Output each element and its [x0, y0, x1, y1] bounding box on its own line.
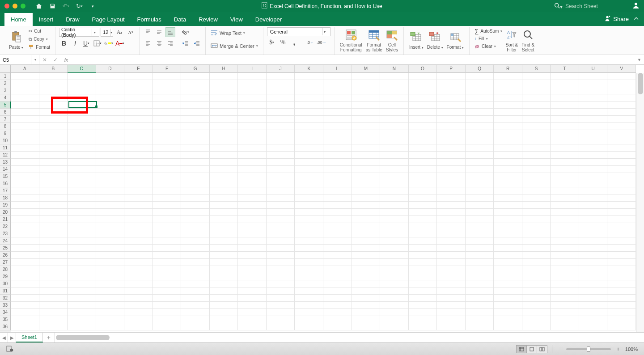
cell[interactable]	[181, 194, 210, 202]
cells-grid[interactable]	[11, 73, 636, 332]
cell[interactable]	[522, 223, 551, 230]
column-header[interactable]: K	[295, 65, 323, 73]
cell[interactable]	[323, 101, 352, 109]
cell[interactable]	[352, 245, 381, 252]
cell[interactable]	[323, 287, 352, 295]
cell-styles-button[interactable]: Cell Styles	[384, 27, 400, 53]
column-header[interactable]: E	[124, 65, 153, 73]
cell[interactable]	[494, 173, 522, 180]
cell[interactable]	[181, 73, 210, 80]
cell[interactable]	[551, 101, 579, 109]
cell[interactable]	[409, 209, 437, 216]
cell[interactable]	[409, 152, 437, 159]
cell[interactable]	[522, 180, 551, 187]
cell[interactable]	[352, 152, 381, 159]
cell[interactable]	[238, 202, 267, 209]
cell[interactable]	[267, 209, 295, 216]
cell[interactable]	[323, 323, 352, 330]
cell[interactable]	[494, 94, 522, 101]
cell[interactable]	[607, 273, 636, 280]
copy-button[interactable]: ⧉Copy ▾	[27, 35, 51, 43]
cell[interactable]	[437, 266, 466, 273]
cell[interactable]	[494, 309, 522, 316]
cell[interactable]	[153, 302, 182, 309]
cell[interactable]	[437, 295, 466, 302]
cell[interactable]	[153, 287, 182, 295]
cell[interactable]	[295, 302, 323, 309]
row-header[interactable]: 29	[0, 273, 11, 280]
cell[interactable]	[607, 302, 636, 309]
cell[interactable]	[124, 252, 153, 259]
cell[interactable]	[181, 309, 210, 316]
cell[interactable]	[238, 187, 267, 194]
cell[interactable]	[409, 237, 437, 245]
cell[interactable]	[210, 316, 238, 323]
cell[interactable]	[323, 159, 352, 166]
row-header[interactable]: 21	[0, 216, 11, 223]
cell[interactable]	[522, 130, 551, 137]
tab-view[interactable]: View	[224, 13, 249, 26]
cell[interactable]	[11, 273, 39, 280]
cell[interactable]	[238, 173, 267, 180]
cell[interactable]	[267, 302, 295, 309]
cell[interactable]	[494, 202, 522, 209]
cell[interactable]	[607, 230, 636, 237]
cell[interactable]	[68, 94, 96, 101]
cell[interactable]	[96, 245, 125, 252]
cell[interactable]	[380, 152, 409, 159]
cell[interactable]	[494, 252, 522, 259]
cell[interactable]	[181, 94, 210, 101]
cell[interactable]	[153, 245, 182, 252]
cell[interactable]	[551, 94, 579, 101]
column-header[interactable]: L	[323, 65, 352, 73]
cell[interactable]	[238, 144, 267, 152]
font-size-dropdown[interactable]: 12▾	[101, 28, 113, 37]
cell[interactable]	[267, 73, 295, 80]
cell[interactable]	[267, 280, 295, 287]
cell[interactable]	[96, 109, 125, 116]
cell[interactable]	[409, 295, 437, 302]
cell[interactable]	[352, 209, 381, 216]
cell[interactable]	[607, 295, 636, 302]
cell[interactable]	[96, 87, 125, 94]
cell[interactable]	[11, 194, 39, 202]
cell[interactable]	[409, 123, 437, 130]
cell[interactable]	[323, 202, 352, 209]
column-header[interactable]: H	[210, 65, 238, 73]
cell[interactable]	[267, 295, 295, 302]
cell[interactable]	[267, 230, 295, 237]
cell[interactable]	[153, 230, 182, 237]
column-header[interactable]: J	[267, 65, 295, 73]
cell[interactable]	[437, 309, 466, 316]
normal-view-button[interactable]	[516, 345, 527, 353]
cell[interactable]	[522, 101, 551, 109]
cell[interactable]	[11, 109, 39, 116]
paste-button[interactable]: Paste ▾	[7, 27, 25, 53]
cell[interactable]	[494, 87, 522, 94]
zoom-slider[interactable]	[566, 348, 611, 350]
cell[interactable]	[607, 87, 636, 94]
cell[interactable]	[267, 94, 295, 101]
cell[interactable]	[96, 130, 125, 137]
cell[interactable]	[96, 295, 125, 302]
cell[interactable]	[607, 137, 636, 144]
cell[interactable]	[579, 123, 608, 130]
cell[interactable]	[494, 245, 522, 252]
cell[interactable]	[352, 273, 381, 280]
cell[interactable]	[380, 245, 409, 252]
cell[interactable]	[607, 316, 636, 323]
cell[interactable]	[466, 316, 494, 323]
cell[interactable]	[352, 116, 381, 123]
cell[interactable]	[579, 202, 608, 209]
cell[interactable]	[380, 187, 409, 194]
bold-button[interactable]: B	[59, 38, 69, 48]
cell[interactable]	[494, 280, 522, 287]
cell[interactable]	[551, 230, 579, 237]
cell[interactable]	[295, 144, 323, 152]
cell[interactable]	[323, 266, 352, 273]
cell[interactable]	[238, 266, 267, 273]
cell[interactable]	[323, 309, 352, 316]
cell[interactable]	[551, 166, 579, 173]
cell[interactable]	[181, 237, 210, 245]
cell[interactable]	[352, 109, 381, 116]
